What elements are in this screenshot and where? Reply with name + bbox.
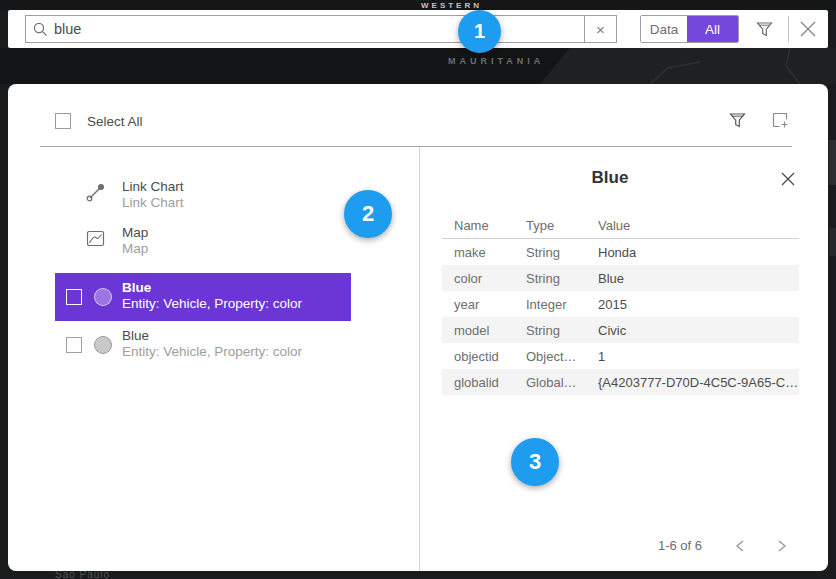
pagination-label: 1-6 of 6 (632, 538, 702, 553)
cell-type: String (526, 271, 598, 286)
table-row: make String Honda (442, 239, 799, 265)
map-border-lines (640, 48, 836, 84)
result-title: Map (122, 225, 148, 241)
cell-name: model (454, 323, 526, 338)
cell-value: 1 (598, 349, 799, 364)
chevron-right-icon[interactable] (772, 536, 792, 556)
select-all-checkbox[interactable] (55, 113, 71, 129)
cell-value: Honda (598, 245, 799, 260)
detail-title: Blue (420, 168, 800, 188)
cell-value: Civic (598, 323, 799, 338)
search-icon (26, 22, 54, 37)
cell-type: Global… (526, 375, 598, 390)
attributes-table: Name Type Value make String Honda color … (442, 213, 799, 395)
link-chart-icon (85, 182, 106, 203)
search-input-group: × (25, 15, 617, 43)
cell-value: {A4203777-D70D-4C5C-9A65-C… (598, 375, 799, 390)
callout-badge-3: 3 (511, 438, 559, 486)
result-checkbox[interactable] (66, 289, 82, 305)
result-subtitle: Entity: Vehicle, Property: color (122, 344, 302, 360)
cell-name: objectid (454, 349, 526, 364)
cell-value: Blue (598, 271, 799, 286)
toggle-data-button[interactable]: Data (641, 16, 687, 42)
detail-panel: Blue Name Type Value make String Honda c… (420, 147, 828, 571)
cell-type: Integer (526, 297, 598, 312)
cell-type: Object… (526, 349, 598, 364)
clear-search-icon[interactable]: × (584, 16, 616, 42)
map-label-western: WESTERN (421, 1, 482, 10)
result-checkbox[interactable] (66, 337, 82, 353)
result-title: Link Chart (122, 179, 184, 195)
result-title: Blue (122, 328, 149, 344)
result-subtitle: Link Chart (122, 195, 184, 211)
result-subtitle: Entity: Vehicle, Property: color (122, 296, 302, 312)
chevron-left-icon[interactable] (730, 536, 750, 556)
panel-filter-icon[interactable] (725, 108, 749, 132)
result-item-blue-selected[interactable]: Blue Entity: Vehicle, Property: color (55, 273, 351, 321)
table-row: model String Civic (442, 317, 799, 343)
toggle-all-button[interactable]: All (687, 16, 738, 42)
search-bar: × Data All (8, 10, 828, 48)
table-row: objectid Object… 1 (442, 343, 799, 369)
table-row: color String Blue (442, 265, 799, 291)
table-header-row: Name Type Value (442, 213, 799, 239)
column-header-type: Type (526, 218, 598, 233)
result-item-blue[interactable]: Blue Entity: Vehicle, Property: color (55, 325, 351, 369)
map-icon (85, 228, 106, 249)
result-subtitle: Map (122, 241, 148, 257)
column-header-value: Value (598, 218, 799, 233)
cell-name: year (454, 297, 526, 312)
add-to-chart-icon[interactable] (768, 108, 792, 132)
cell-value: 2015 (598, 297, 799, 312)
cell-name: color (454, 271, 526, 286)
entity-circle-icon (94, 336, 112, 354)
results-panel: Select All Link Chart Link Chart Map Map… (8, 84, 828, 571)
cell-name: make (454, 245, 526, 260)
map-edge-detail (829, 140, 836, 185)
detail-close-icon[interactable] (778, 169, 798, 189)
entity-circle-icon (94, 288, 112, 306)
result-title: Blue (122, 280, 151, 296)
table-row: year Integer 2015 (442, 291, 799, 317)
column-header-name: Name (454, 218, 526, 233)
cell-type: String (526, 245, 598, 260)
select-all-label: Select All (87, 114, 143, 129)
map-background-top (0, 0, 836, 10)
scope-toggle: Data All (640, 15, 739, 43)
map-label-mauritania: MAURITANIA (448, 56, 544, 66)
map-edge-detail (829, 228, 836, 256)
cell-name: globalid (454, 375, 526, 390)
filter-icon[interactable] (752, 17, 776, 41)
table-row: globalid Global… {A4203777-D70D-4C5C-9A6… (442, 369, 799, 395)
callout-badge-2: 2 (344, 190, 392, 238)
cell-type: String (526, 323, 598, 338)
toolbar-divider (788, 16, 789, 42)
callout-badge-1: 1 (458, 10, 501, 53)
close-search-icon[interactable] (797, 18, 819, 40)
search-input[interactable] (54, 17, 584, 41)
